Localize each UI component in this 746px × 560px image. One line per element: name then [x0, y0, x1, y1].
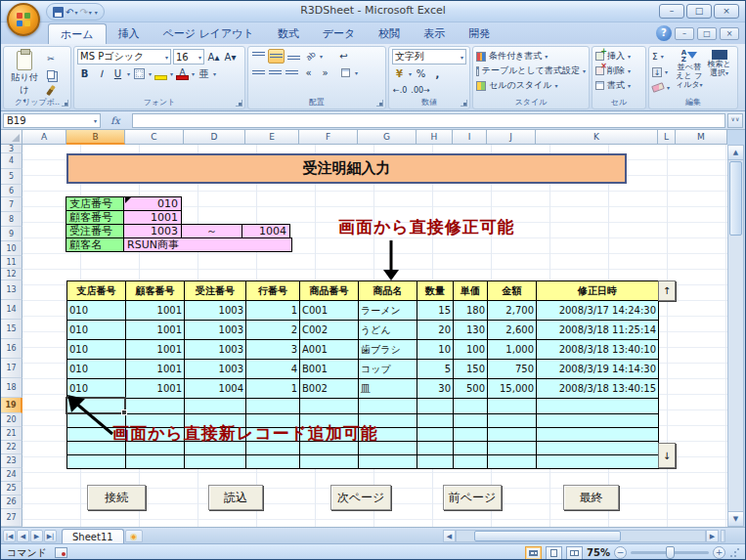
table-cell[interactable]: 10	[417, 340, 454, 360]
row-header-10[interactable]: 10	[1, 241, 22, 256]
form-value-customer-name[interactable]: RSUN商事	[123, 237, 292, 252]
table-cell[interactable]	[537, 414, 659, 428]
tab-split-handle[interactable]	[721, 530, 725, 542]
currency-dropdown-icon[interactable]: ▾	[409, 70, 412, 77]
scroll-down-icon[interactable]: ▼	[728, 511, 743, 526]
table-cell[interactable]: 1001	[126, 301, 185, 321]
row-header-24[interactable]: 24	[1, 468, 22, 482]
font-color-button[interactable]: A	[175, 66, 190, 81]
scroll-left-icon[interactable]: ◀	[443, 530, 456, 542]
table-cell[interactable]: 2008/3/18 11:25:14	[537, 321, 659, 340]
table-cell[interactable]: 1003	[185, 321, 246, 340]
row-header-5[interactable]: 5	[1, 169, 22, 185]
shrink-font-button[interactable]: A▾	[223, 50, 238, 65]
row-header-7[interactable]: 7	[1, 197, 22, 212]
table-cell[interactable]: C001	[300, 301, 359, 321]
table-cell[interactable]: 1003	[185, 301, 246, 321]
row-header-27[interactable]: 27	[1, 509, 22, 527]
table-cell[interactable]: 1004	[185, 379, 246, 399]
action-button-最終[interactable]: 最終	[563, 485, 619, 510]
table-cell[interactable]: 2008/3/18 13:40:10	[537, 340, 659, 360]
table-cell[interactable]	[537, 399, 659, 414]
table-scroll-down-button[interactable]: ↓	[658, 443, 676, 468]
ribbon-tab-校閲[interactable]: 校閲	[367, 23, 412, 44]
ribbon-tab-ページ レイアウト[interactable]: ページ レイアウト	[152, 23, 266, 44]
table-cell[interactable]: コップ	[359, 360, 417, 379]
column-header-B[interactable]: B	[66, 130, 125, 145]
horizontal-scroll-track[interactable]	[456, 530, 706, 542]
table-cell[interactable]: 4	[246, 360, 300, 379]
ribbon-tab-数式[interactable]: 数式	[266, 23, 311, 44]
column-header-L[interactable]: L	[658, 130, 676, 145]
ribbon-tab-データ[interactable]: データ	[311, 23, 368, 44]
row-header-19[interactable]: 19	[1, 398, 22, 413]
table-cell[interactable]: 010	[67, 321, 126, 340]
borders-dropdown-icon[interactable]: ▾	[149, 70, 152, 77]
form-value-order-from[interactable]: 1003	[123, 224, 182, 238]
table-cell[interactable]: 010	[67, 301, 126, 321]
page-break-view-button[interactable]	[566, 546, 583, 560]
column-header-J[interactable]: J	[487, 130, 536, 145]
table-cell[interactable]	[488, 399, 537, 414]
table-cell[interactable]: 1001	[126, 360, 185, 379]
table-cell[interactable]	[185, 455, 246, 469]
workbook-restore-button[interactable]: □	[697, 27, 717, 40]
table-cell[interactable]	[454, 442, 488, 455]
table-cell[interactable]	[488, 442, 537, 455]
row-header-21[interactable]: 21	[1, 427, 22, 441]
table-cell[interactable]	[126, 399, 185, 414]
next-sheet-button[interactable]: ▶	[30, 530, 43, 542]
orientation-button[interactable]: ab	[303, 49, 318, 64]
fill-color-button[interactable]	[154, 66, 168, 81]
table-scroll-up-button[interactable]: ↑	[658, 280, 676, 301]
table-cell[interactable]: ラーメン	[359, 301, 417, 321]
number-dialog-launcher[interactable]	[461, 100, 467, 107]
table-cell[interactable]: 1001	[126, 321, 185, 340]
table-cell[interactable]: 1001	[126, 379, 185, 399]
vertical-scroll-thumb[interactable]	[729, 161, 742, 236]
zoom-slider-thumb[interactable]	[666, 546, 675, 559]
table-cell[interactable]	[417, 399, 454, 414]
borders-button[interactable]	[132, 66, 147, 81]
zoom-slider[interactable]	[631, 551, 709, 554]
merge-dropdown-icon[interactable]: ▾	[355, 69, 358, 76]
fill-color-dropdown-icon[interactable]: ▾	[170, 70, 173, 77]
table-cell[interactable]: B002	[300, 379, 359, 399]
format-cells-button[interactable]: 書式▾	[595, 78, 642, 93]
action-button-読込[interactable]: 読込	[208, 485, 263, 510]
table-cell[interactable]: 2008/3/17 14:24:30	[537, 301, 659, 321]
column-header-G[interactable]: G	[358, 130, 417, 145]
table-cell[interactable]	[537, 428, 659, 442]
table-cell[interactable]: 1003	[185, 340, 246, 360]
row-header-8[interactable]: 8	[1, 212, 22, 227]
increase-indent-button[interactable]: »	[318, 65, 332, 80]
table-cell[interactable]: 15,000	[488, 379, 537, 399]
table-cell[interactable]: 1,000	[488, 340, 537, 360]
row-header-12[interactable]: 12	[1, 269, 22, 280]
prev-sheet-button[interactable]: ◀	[17, 530, 29, 542]
form-value-branch[interactable]: 010	[123, 196, 182, 211]
scroll-up-icon[interactable]: ▲	[728, 146, 743, 160]
table-cell[interactable]	[488, 428, 537, 442]
row-header-13[interactable]: 13	[1, 280, 22, 300]
table-cell[interactable]: 1	[246, 301, 300, 321]
table-cell[interactable]: 1001	[126, 340, 185, 360]
table-cell[interactable]	[300, 455, 359, 469]
zoom-in-button[interactable]: +	[713, 546, 725, 559]
insert-worksheet-button[interactable]	[125, 530, 143, 542]
table-cell[interactable]: 2008/3/19 14:14:30	[537, 360, 659, 379]
table-cell[interactable]: 2	[246, 321, 300, 340]
table-cell[interactable]	[359, 455, 417, 469]
underline-button[interactable]: U	[110, 66, 125, 81]
restore-button[interactable]: □	[686, 4, 712, 19]
table-cell[interactable]	[537, 442, 659, 455]
row-header-4[interactable]: 4	[1, 153, 22, 169]
action-button-前ページ[interactable]: 前ページ	[443, 485, 502, 510]
table-cell[interactable]: 130	[454, 321, 488, 340]
table-cell[interactable]	[359, 399, 417, 414]
table-cell[interactable]: 1	[246, 379, 300, 399]
table-cell[interactable]: 750	[488, 360, 537, 379]
format-painter-button[interactable]	[42, 83, 60, 97]
table-cell[interactable]: 010	[67, 360, 126, 379]
column-header-F[interactable]: F	[299, 130, 358, 145]
